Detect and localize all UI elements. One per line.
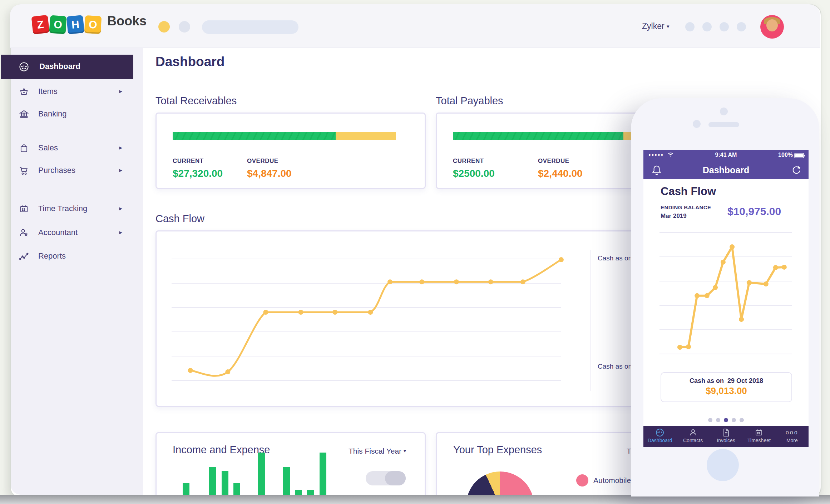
- cash-flow-chart[interactable]: [163, 232, 570, 407]
- sidebar-item-accountant[interactable]: Accountant ▸: [0, 223, 132, 243]
- income-expense-bar-chart[interactable]: [177, 453, 331, 496]
- payables-overdue-label: OVERDUE: [538, 158, 569, 165]
- tab-contacts[interactable]: Contacts: [676, 426, 709, 447]
- receivables-card: CURRENT $27,320.00 OVERDUE $4,847.00: [155, 113, 426, 189]
- tab-more[interactable]: ooo More: [776, 426, 809, 447]
- bank-icon: [19, 109, 29, 120]
- topbar-action-3[interactable]: [720, 22, 729, 31]
- basket-icon: [19, 86, 29, 97]
- org-selector[interactable]: Zylker ▾: [642, 21, 670, 31]
- receivables-overdue-label: OVERDUE: [247, 158, 278, 165]
- phone-cash-callout: Cash as on 29 Oct 2018 $9,013.00: [661, 372, 792, 402]
- sidebar-item-label: Banking: [38, 109, 67, 119]
- sidebar-item-banking[interactable]: Banking: [0, 104, 132, 124]
- logo-tile-z: Z: [31, 15, 50, 35]
- sidebar-item-label: Time Tracking: [38, 204, 87, 213]
- bar: [222, 471, 228, 496]
- phone-ending-balance-label: ENDING BALANCE: [661, 204, 711, 210]
- shopping-bag-icon: [19, 143, 29, 154]
- phone-mockup: ●●●●● 9:41 AM 100% Dashboard Cash Flow E…: [631, 98, 819, 496]
- sidebar-item-label: Purchases: [38, 166, 75, 175]
- income-expense-toggle[interactable]: [366, 471, 406, 485]
- battery-icon: [794, 153, 805, 158]
- search-input[interactable]: [202, 20, 298, 34]
- legend-dot: [576, 474, 588, 486]
- topbar-action-2[interactable]: [702, 22, 712, 31]
- tab-label: Dashboard: [643, 438, 676, 443]
- logo-books-text: Books: [107, 14, 147, 28]
- submenu-arrow-icon: ▸: [119, 229, 122, 236]
- zoho-books-logo: ZOHOBooks: [32, 14, 147, 34]
- sidebar-item-label: Accountant: [38, 228, 78, 237]
- receivables-overdue-value: $4,847.00: [247, 168, 292, 179]
- cash-flow-title: Cash Flow: [155, 213, 204, 225]
- bar: [320, 453, 326, 496]
- document-icon: [721, 428, 731, 437]
- filter-label: This Fiscal Year: [349, 447, 401, 455]
- bar: [209, 467, 216, 496]
- bar: [233, 483, 240, 496]
- sidebar-item-sales[interactable]: Sales ▸: [0, 138, 132, 158]
- sidebar-item-label: Dashboard: [39, 62, 80, 71]
- sidebar-item-purchases[interactable]: Purchases ▸: [0, 161, 132, 181]
- bar: [183, 483, 189, 496]
- topbar-action-1[interactable]: [685, 22, 695, 31]
- phone-sensor-dot: [693, 120, 701, 128]
- phone-speaker: [708, 122, 739, 127]
- more-icon: ooo: [776, 428, 809, 437]
- submenu-arrow-icon: ▸: [119, 88, 122, 95]
- receivables-current-segment: [173, 132, 336, 140]
- callout-amount: $9,013.00: [661, 385, 791, 396]
- top-expenses-title: Your Top Expenses: [453, 444, 542, 456]
- phone-camera-dot: [720, 108, 728, 115]
- stage: ZOHOBooks Zylker ▾ Dashboard Items ▸ Ban…: [0, 0, 830, 504]
- sidebar-item-time-tracking[interactable]: Time Tracking ▸: [0, 199, 132, 219]
- payables-current-label: CURRENT: [453, 158, 484, 165]
- sidebar-item-reports[interactable]: Reports: [0, 246, 132, 266]
- submenu-arrow-icon: ▸: [119, 166, 122, 174]
- pager-dot[interactable]: [708, 418, 712, 422]
- topbar-action-4[interactable]: [737, 22, 746, 31]
- cash-flow-card-divider: [591, 250, 591, 391]
- cart-icon: [19, 165, 29, 176]
- battery-percent: 100%: [778, 152, 793, 158]
- logo-tile-o1: O: [49, 15, 66, 34]
- calendar-icon: [19, 204, 29, 214]
- tab-label: Contacts: [676, 438, 709, 443]
- page-title: Dashboard: [155, 54, 224, 69]
- pager-dot[interactable]: [740, 418, 744, 422]
- sidebar-item-label: Items: [38, 87, 58, 96]
- income-expense-filter[interactable]: This Fiscal Year ▾: [349, 447, 406, 455]
- calendar-icon: [754, 428, 764, 437]
- pager-dot[interactable]: [716, 418, 720, 422]
- toggle-knob: [385, 471, 406, 485]
- callout-date: 29 Oct 2018: [727, 377, 763, 384]
- payables-title: Total Payables: [436, 95, 503, 107]
- phone-ending-balance-amount: $10,975.00: [727, 205, 781, 218]
- refresh-icon[interactable]: [791, 165, 801, 175]
- sidebar-item-dashboard[interactable]: Dashboard: [1, 55, 133, 79]
- phone-tab-bar: Dashboard Contacts Invoices Timesheet oo…: [643, 426, 809, 447]
- receivables-title: Total Receivables: [155, 95, 237, 107]
- tab-dashboard[interactable]: Dashboard: [643, 426, 676, 447]
- tab-timesheet[interactable]: Timesheet: [742, 426, 775, 447]
- gauge-icon: [19, 61, 29, 72]
- phone-period: Mar 2019: [661, 213, 687, 220]
- chevron-down-icon: ▾: [667, 23, 670, 29]
- tab-invoices[interactable]: Invoices: [710, 426, 742, 447]
- pager-dot[interactable]: [732, 418, 736, 422]
- phone-status-bar: ●●●●● 9:41 AM 100%: [643, 150, 809, 161]
- phone-page-title: Dashboard: [643, 165, 809, 175]
- topbar-dot[interactable]: [179, 21, 190, 33]
- phone-cash-flow-chart[interactable]: [659, 232, 792, 371]
- callout-label: Cash as on 29 Oct 2018: [661, 377, 791, 385]
- logo-tile-o2: O: [84, 15, 102, 34]
- phone-screen: ●●●●● 9:41 AM 100% Dashboard Cash Flow E…: [643, 150, 809, 447]
- pager-dot-active[interactable]: [724, 418, 728, 422]
- phone-cash-flow-title: Cash Flow: [661, 185, 716, 198]
- avatar[interactable]: [760, 15, 784, 39]
- payables-current-segment: [453, 132, 623, 140]
- sidebar-item-items[interactable]: Items ▸: [0, 82, 132, 102]
- phone-home-button[interactable]: [707, 449, 739, 481]
- notification-dot[interactable]: [158, 21, 170, 33]
